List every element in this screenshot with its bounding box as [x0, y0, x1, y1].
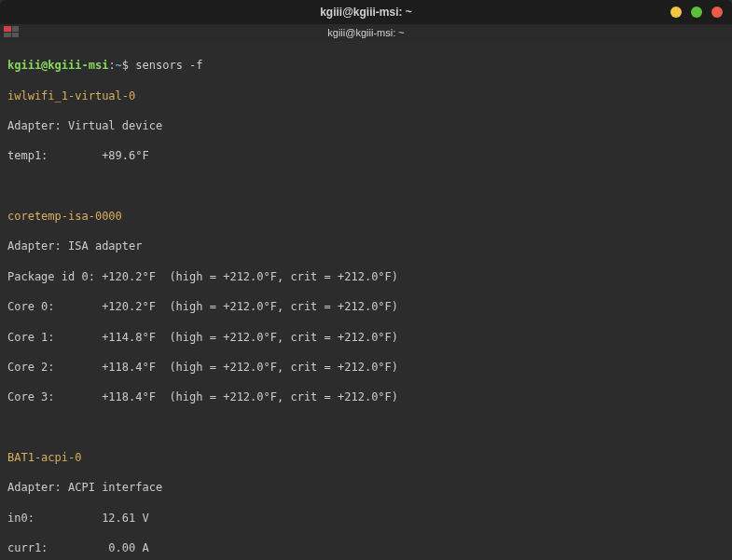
core-1: Core 1: +114.8°F (high = +212.0°F, crit …	[7, 330, 725, 345]
prompt-user-host: kgiii@kgiii-msi	[7, 59, 108, 72]
prompt-colon: :	[108, 59, 115, 72]
window-titlebar: kgiii@kgiii-msi: ~	[0, 0, 732, 24]
blank-line	[7, 420, 725, 435]
sensor-chip-iwlwifi: iwlwifi_1-virtual-0	[7, 89, 725, 103]
terminal-body[interactable]: kgiii@kgiii-msi:~$ sensors -f iwlwifi_1-…	[0, 41, 732, 560]
adapter-coretemp: Adapter: ISA adapter	[7, 239, 725, 253]
core-3: Core 3: +118.4°F (high = +212.0°F, crit …	[7, 389, 725, 404]
tab-title[interactable]: kgiii@kgiii-msi: ~	[327, 27, 404, 38]
blank-line	[7, 179, 725, 194]
maximize-button[interactable]	[691, 7, 702, 18]
in0-bat1: in0: 12.61 V	[7, 511, 725, 526]
close-button[interactable]	[711, 7, 723, 18]
adapter-bat1: Adapter: ACPI interface	[7, 480, 725, 495]
curr1-bat1: curr1: 0.00 A	[7, 540, 725, 555]
window-controls	[670, 7, 723, 18]
tab-bar: kgiii@kgiii-msi: ~	[0, 24, 732, 41]
core-0: Core 0: +120.2°F (high = +212.0°F, crit …	[7, 299, 725, 314]
prompt-line-1: kgiii@kgiii-msi:~$ sensors -f	[7, 58, 725, 73]
temp1-iwlwifi: temp1: +89.6°F	[7, 148, 725, 163]
package-id-0: Package id 0: +120.2°F (high = +212.0°F,…	[7, 269, 725, 284]
command-text: sensors -f	[135, 59, 202, 72]
minimize-button[interactable]	[670, 7, 682, 18]
window-title: kgiii@kgiii-msi: ~	[320, 6, 412, 19]
sensor-chip-bat1: BAT1-acpi-0	[7, 450, 725, 465]
prompt-path: ~	[116, 59, 122, 72]
workspace-indicator-icon[interactable]	[4, 26, 19, 37]
prompt-dollar: $	[122, 59, 129, 72]
adapter-iwlwifi: Adapter: Virtual device	[7, 118, 725, 133]
sensor-chip-coretemp: coretemp-isa-0000	[7, 209, 725, 224]
core-2: Core 2: +118.4°F (high = +212.0°F, crit …	[7, 360, 725, 375]
